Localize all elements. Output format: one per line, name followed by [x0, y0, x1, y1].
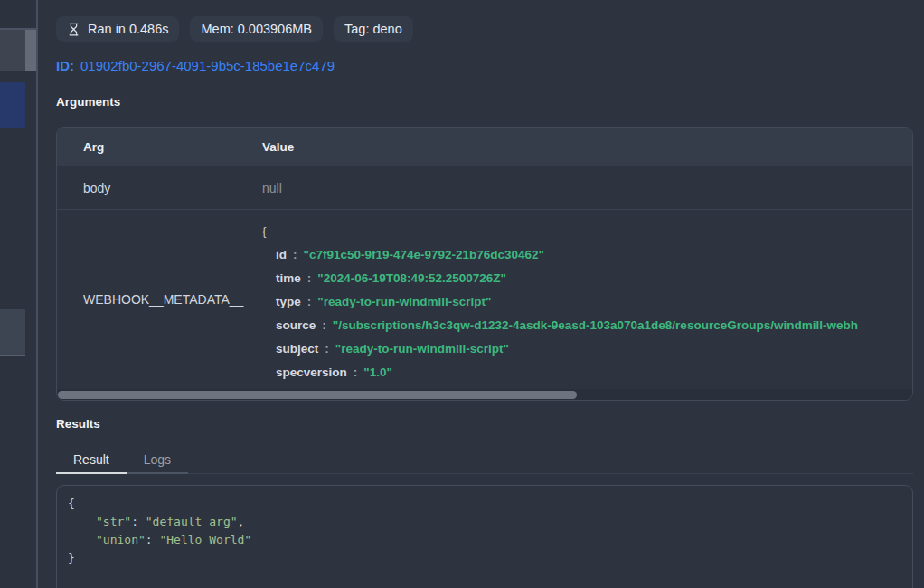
hourglass-icon: [67, 23, 80, 36]
arg-value-cell: null: [262, 181, 282, 195]
json-field: subject:"ready-to-run-windmill-script": [262, 337, 912, 361]
sidebar-item-block-top[interactable]: [0, 30, 25, 71]
job-id-label: ID:: [56, 58, 74, 73]
json-field: id:"c7f91c50-9f19-474e-9792-21b76dc30462…: [262, 243, 912, 267]
json-field: specversion:"1.0": [262, 361, 912, 384]
table-row: body null: [57, 166, 912, 210]
json-open-brace: {: [262, 224, 267, 238]
arg-name-cell: WEBHOOK__METADATA__: [57, 210, 262, 389]
table-row: WEBHOOK__METADATA__ { id:"c7f91c50-9f19-…: [57, 210, 912, 389]
memory-badge: Mem: 0.003906MB: [190, 16, 323, 42]
runtime-badge-label: Ran in 0.486s: [88, 22, 168, 36]
tag-badge: Tag: deno: [334, 16, 413, 42]
sidebar-item-selected[interactable]: [0, 82, 25, 128]
arguments-table: Arg Value body null WEBHOOK__METADATA__ …: [56, 127, 913, 401]
metadata-json-viewer: { id:"c7f91c50-9f19-474e-9792-21b76dc304…: [262, 210, 912, 389]
code-line: "str": "default arg",: [68, 513, 901, 531]
result-open-brace: {: [68, 497, 75, 510]
json-field: time:"2024-06-19T08:49:52.2500726Z": [262, 267, 912, 290]
horizontal-scrollbar-thumb[interactable]: [58, 391, 577, 399]
job-id-line: ID:01902fb0-2967-4091-9b5c-185be1e7c479: [56, 58, 335, 73]
sidebar-item-block-bottom[interactable]: [0, 309, 25, 356]
json-field: source:"/subscriptions/h3c3qw-d1232-4asd…: [262, 314, 912, 337]
code-line: {: [68, 495, 901, 513]
run-detail-panel: Ran in 0.486s Mem: 0.003906MB Tag: deno …: [38, 0, 924, 588]
arg-name-cell: body: [57, 181, 262, 195]
code-line: "union": "Hello World": [68, 531, 901, 549]
tab-logs[interactable]: Logs: [127, 447, 188, 474]
json-field: type:"ready-to-run-windmill-script": [262, 290, 912, 314]
arguments-table-header: Arg Value: [57, 128, 912, 166]
results-heading: Results: [56, 417, 100, 431]
job-id-link[interactable]: 01902fb0-2967-4091-9b5c-185be1e7c479: [80, 58, 335, 73]
result-json-panel: { "str": "default arg", "union": "Hello …: [56, 485, 913, 588]
results-tabs: Result Logs: [56, 447, 913, 474]
arguments-heading: Arguments: [56, 95, 120, 109]
tab-result[interactable]: Result: [56, 447, 127, 474]
result-close-brace: }: [68, 551, 75, 564]
column-header-arg: Arg: [57, 140, 262, 154]
sidebar-item-block-top-edge: [25, 30, 36, 71]
horizontal-scrollbar[interactable]: [57, 389, 912, 400]
runtime-badge: Ran in 0.486s: [56, 16, 179, 42]
sidebar-partial: [0, 0, 36, 588]
column-header-value: Value: [262, 140, 294, 154]
run-stats-row: Ran in 0.486s Mem: 0.003906MB Tag: deno: [56, 16, 413, 42]
code-line: }: [68, 549, 901, 567]
